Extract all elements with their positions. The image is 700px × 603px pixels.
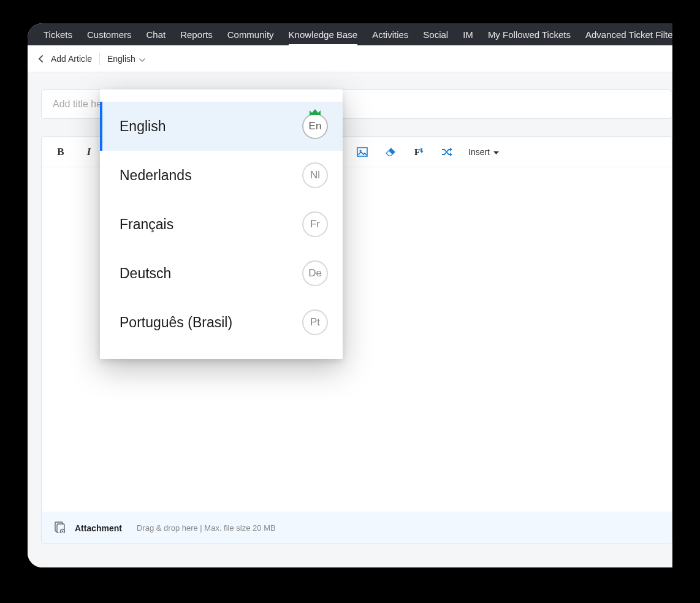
insert-dropdown[interactable]: Insert [468,147,499,157]
nav-advanced-ticket-filter[interactable]: Advanced Ticket Filte [578,23,672,45]
shuffle-icon[interactable] [440,145,454,159]
attachment-icon [54,521,66,536]
lang-option-english[interactable]: English En [100,102,343,151]
breadcrumb-add-article[interactable]: Add Article [51,54,92,64]
language-selector-label: English [107,54,135,64]
language-dropdown: English En Nederlands Nl Français Fr Deu… [100,89,343,359]
attachment-hint: Drag & drop here | Max. file size 20 MB [137,523,276,533]
svg-rect-4 [357,148,367,156]
insert-label: Insert [468,147,490,157]
lang-badge: En [302,113,328,139]
nav-my-followed-tickets[interactable]: My Followed Tickets [481,23,578,45]
sub-header: Add Article English [28,45,672,72]
caret-down-icon [493,147,499,157]
lang-badge: Fr [302,211,328,237]
divider [99,53,100,65]
lang-option-francais[interactable]: Français Fr [100,200,343,249]
chevron-down-icon [139,54,145,64]
nav-community[interactable]: Community [220,23,281,45]
image-icon[interactable] [356,145,369,159]
attachment-bar[interactable]: Attachment Drag & drop here | Max. file … [42,512,672,544]
svg-rect-7 [420,148,422,151]
lang-name: Nederlands [120,167,192,184]
crown-icon [308,108,322,116]
italic-button[interactable]: I [82,145,96,159]
lang-name: Français [120,216,173,233]
lang-option-deutsch[interactable]: Deutsch De [100,249,343,298]
lang-option-nederlands[interactable]: Nederlands Nl [100,151,343,200]
nav-chat[interactable]: Chat [139,23,173,45]
attachment-label: Attachment [75,523,122,533]
top-nav: Tickets Customers Chat Reports Community… [28,23,672,45]
font-format-icon[interactable]: F [412,145,425,159]
back-icon[interactable] [39,55,44,63]
bold-button[interactable]: B [54,145,67,159]
svg-text:F: F [414,147,420,157]
eraser-icon[interactable] [384,145,397,159]
lang-badge: Nl [302,162,328,188]
lang-badge: Pt [302,309,328,335]
app-window: Tickets Customers Chat Reports Community… [28,23,672,567]
nav-tickets[interactable]: Tickets [36,23,80,45]
nav-activities[interactable]: Activities [365,23,416,45]
lang-badge: De [302,260,328,286]
lang-name: Português (Brasil) [120,314,232,331]
lang-option-portugues[interactable]: Português (Brasil) Pt [100,298,343,347]
nav-im[interactable]: IM [455,23,481,45]
lang-name: Deutsch [120,265,171,282]
nav-customers[interactable]: Customers [80,23,139,45]
language-selector[interactable]: English [107,54,145,64]
nav-knowledge-base[interactable]: Knowledge Base [281,23,365,45]
nav-reports[interactable]: Reports [173,23,220,45]
nav-social[interactable]: Social [416,23,455,45]
lang-name: English [120,118,165,135]
